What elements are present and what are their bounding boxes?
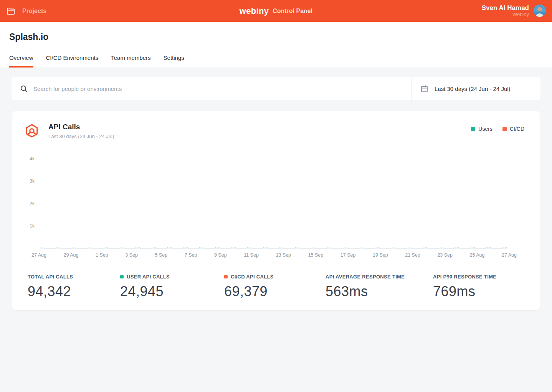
cicd-segment <box>136 247 140 248</box>
bar-day-27[interactable] <box>454 247 459 248</box>
bar-day-9[interactable] <box>167 247 172 248</box>
cicd-segment <box>295 247 299 248</box>
user-name: Sven Al Hamad <box>482 4 529 12</box>
page-title: Splash.io <box>9 22 543 45</box>
x-tick-label: 3 Sep <box>125 252 138 258</box>
stat-api-p90-response-time: API P90 RESPONSE TIME769ms <box>433 274 524 300</box>
bar-day-7[interactable] <box>136 247 140 248</box>
stat-user-api-calls: USER API CALLS24,945 <box>120 274 224 300</box>
bar-day-14[interactable] <box>247 247 251 248</box>
y-tick-2k: 2k <box>30 201 35 206</box>
bar-day-1[interactable] <box>40 247 44 248</box>
folder-icon <box>6 7 15 16</box>
stat-label-row: API AVERAGE RESPONSE TIME <box>326 274 433 280</box>
bar-day-23[interactable] <box>391 247 395 248</box>
x-tick-label: 1 Sep <box>96 252 108 258</box>
bar-day-13[interactable] <box>231 247 236 248</box>
stat-value: 69,379 <box>224 283 326 300</box>
cicd-segment <box>231 247 236 248</box>
x-tick-label: 23 Sep <box>437 252 453 258</box>
cicd-segment <box>56 247 60 248</box>
cicd-segment <box>104 247 108 248</box>
page-header: Splash.io OverviewCI/CD EnvironmentsTeam… <box>0 22 552 68</box>
bar-day-4[interactable] <box>88 247 92 248</box>
x-tick-label: 13 Sep <box>276 252 291 258</box>
tab-overview[interactable]: Overview <box>9 51 33 68</box>
y-tick-3k: 3k <box>30 178 35 184</box>
stat-color-dot <box>120 275 124 278</box>
bar-day-17[interactable] <box>295 247 299 248</box>
tab-team-members[interactable]: Team members <box>111 51 150 68</box>
y-tick-4k: 4k <box>30 156 35 161</box>
bar-day-29[interactable] <box>486 247 491 248</box>
x-tick-label: 15 Sep <box>308 252 324 258</box>
stat-value: 24,945 <box>120 283 224 300</box>
bar-day-12[interactable] <box>215 247 220 248</box>
x-tick-label: 19 Sep <box>373 252 388 258</box>
bar-day-30[interactable] <box>502 247 507 248</box>
cicd-segment <box>471 247 475 248</box>
bar-day-3[interactable] <box>72 247 76 248</box>
stat-value: 769ms <box>433 283 524 300</box>
legend-item-users[interactable]: Users <box>471 126 493 132</box>
projects-nav-button[interactable]: Projects <box>6 7 46 16</box>
cicd-segment <box>167 247 172 248</box>
cicd-segment <box>120 247 124 248</box>
cicd-segment <box>215 247 220 248</box>
bar-day-21[interactable] <box>359 247 363 248</box>
user-menu[interactable]: Sven Al Hamad Webiny <box>482 4 546 17</box>
cicd-segment <box>327 247 331 248</box>
bar-day-26[interactable] <box>439 247 443 248</box>
bar-day-8[interactable] <box>152 247 156 248</box>
bar-day-20[interactable] <box>343 247 347 248</box>
date-range-picker[interactable]: Last 30 days (24 Jun - 24 Jul) <box>412 77 540 100</box>
bar-day-6[interactable] <box>120 247 124 248</box>
search-icon <box>20 85 28 93</box>
x-tick-label: 17 Sep <box>340 252 356 258</box>
x-tick-label: 11 Sep <box>244 252 259 258</box>
bar-day-10[interactable] <box>183 247 188 248</box>
bar-day-19[interactable] <box>327 247 331 248</box>
bar-day-22[interactable] <box>375 247 379 248</box>
cicd-segment <box>502 247 507 248</box>
chart-plot: 1k2k3k4k <box>40 159 507 249</box>
bar-day-16[interactable] <box>279 247 283 248</box>
x-tick-label: 27 Aug <box>502 252 517 258</box>
legend-swatch <box>502 127 507 131</box>
legend-item-ci-cd[interactable]: CI/CD <box>502 126 524 132</box>
stat-label: TOTAL API CALLS <box>28 274 73 280</box>
bar-day-18[interactable] <box>311 247 315 248</box>
chart-subtitle: Last 30 days (24 Jun - 24 Jul) <box>48 133 114 139</box>
cicd-segment <box>40 247 44 248</box>
stat-label-row: USER API CALLS <box>120 274 224 280</box>
tab-settings[interactable]: Settings <box>164 51 184 68</box>
user-meta: Sven Al Hamad Webiny <box>482 4 529 17</box>
cicd-segment <box>454 247 459 248</box>
search-section <box>12 77 412 100</box>
cicd-segment <box>311 247 315 248</box>
bar-day-24[interactable] <box>407 247 411 248</box>
card-title-block: API Calls Last 30 days (24 Jun - 24 Jul) <box>48 123 114 139</box>
stat-label-row: CI/CD API CALLS <box>224 274 326 280</box>
bar-day-25[interactable] <box>423 247 427 248</box>
card-header: API Calls Last 30 days (24 Jun - 24 Jul)… <box>12 111 540 139</box>
webiny-box-icon <box>25 124 39 138</box>
date-range-label: Last 30 days (24 Jun - 24 Jul) <box>435 86 511 92</box>
x-axis-labels: 27 Aug29 Aug1 Sep3 Sep5 Sep7 Sep9 Sep11 … <box>31 252 517 258</box>
avatar[interactable] <box>534 5 546 17</box>
y-tick-1k: 1k <box>30 223 35 229</box>
stat-label-row: TOTAL API CALLS <box>28 274 120 280</box>
search-input[interactable] <box>33 86 403 92</box>
control-panel-label: Control Panel <box>273 8 312 15</box>
bar-day-5[interactable] <box>104 247 108 248</box>
bar-day-15[interactable] <box>263 247 268 248</box>
tab-ci-cd-environments[interactable]: CI/CD Environments <box>46 51 99 68</box>
bar-day-28[interactable] <box>471 247 475 248</box>
bar-day-11[interactable] <box>199 247 203 248</box>
cicd-segment <box>423 247 427 248</box>
chart-title: API Calls <box>48 123 114 131</box>
bar-day-2[interactable] <box>56 247 60 248</box>
cicd-segment <box>486 247 491 248</box>
stat-value: 563ms <box>326 283 433 300</box>
x-tick-label: 7 Sep <box>185 252 197 258</box>
